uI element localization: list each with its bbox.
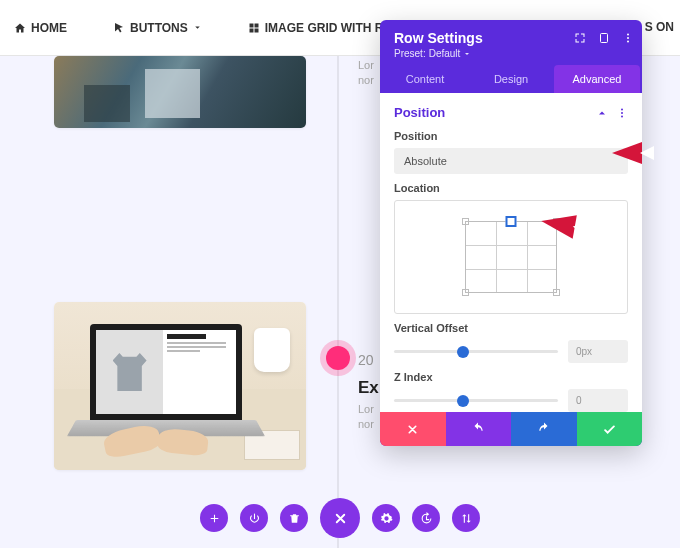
- history-button[interactable]: [412, 504, 440, 532]
- svg-point-4: [621, 108, 623, 110]
- add-button[interactable]: [200, 504, 228, 532]
- timeline-title: Ex: [358, 378, 379, 398]
- kebab-icon[interactable]: [616, 107, 628, 119]
- vertical-offset-slider[interactable]: [394, 350, 558, 353]
- nav-buttons-label: BUTTONS: [130, 21, 188, 35]
- vertical-offset-label: Vertical Offset: [394, 322, 628, 334]
- position-label: Position: [394, 130, 628, 142]
- city-image: [54, 56, 306, 128]
- svg-point-2: [627, 37, 629, 39]
- settings-panel: Row Settings Preset: Default Content Des…: [380, 20, 642, 446]
- save-button[interactable]: [577, 412, 643, 446]
- chevron-down-icon: [193, 23, 202, 32]
- svg-point-1: [627, 34, 629, 36]
- sort-button[interactable]: [452, 504, 480, 532]
- nav-home[interactable]: HOME: [14, 21, 67, 35]
- timeline-ruler: [337, 56, 339, 548]
- svg-point-6: [621, 115, 623, 117]
- tab-design[interactable]: Design: [468, 65, 554, 93]
- expand-icon[interactable]: [574, 32, 586, 44]
- laptop-image: [54, 302, 306, 470]
- nav-home-label: HOME: [31, 21, 67, 35]
- svg-rect-0: [601, 34, 608, 43]
- cursor-icon: [113, 22, 125, 34]
- image-card-laptop[interactable]: [54, 302, 306, 470]
- svg-point-5: [621, 112, 623, 114]
- panel-tabs: Content Design Advanced: [380, 65, 642, 93]
- chevron-down-icon: [463, 50, 471, 58]
- zindex-input[interactable]: 0: [568, 389, 628, 412]
- chevron-up-icon[interactable]: [596, 107, 608, 119]
- trash-button[interactable]: [280, 504, 308, 532]
- nav-partial-right: S ON: [645, 20, 674, 34]
- location-label: Location: [394, 182, 628, 194]
- section-position-title[interactable]: Position: [394, 105, 445, 120]
- vertical-offset-input[interactable]: 0px: [568, 340, 628, 363]
- tab-advanced[interactable]: Advanced: [554, 65, 640, 93]
- bottom-toolbar: [200, 498, 480, 538]
- location-picker[interactable]: [394, 200, 628, 314]
- annotation-arrow-1: [612, 142, 642, 164]
- kebab-icon[interactable]: [622, 32, 634, 44]
- close-button[interactable]: [320, 498, 360, 538]
- nav-buttons[interactable]: BUTTONS: [113, 21, 202, 35]
- panel-preset[interactable]: Preset: Default: [394, 48, 628, 59]
- svg-point-3: [627, 41, 629, 43]
- image-card-city[interactable]: [54, 56, 306, 128]
- timeline-marker[interactable]: [326, 346, 350, 370]
- redo-button[interactable]: [511, 412, 577, 446]
- zindex-label: Z Index: [394, 371, 628, 383]
- grid-icon: [248, 22, 260, 34]
- home-icon: [14, 22, 26, 34]
- undo-button[interactable]: [446, 412, 512, 446]
- power-button[interactable]: [240, 504, 268, 532]
- cancel-button[interactable]: [380, 412, 446, 446]
- panel-body[interactable]: Position Position Absolute Location Vert…: [380, 93, 642, 412]
- timeline-year: 20: [358, 352, 374, 368]
- position-dropdown[interactable]: Absolute: [394, 148, 628, 174]
- panel-footer: [380, 412, 642, 446]
- gear-button[interactable]: [372, 504, 400, 532]
- location-anchor-top-center[interactable]: [506, 216, 517, 227]
- tab-content[interactable]: Content: [382, 65, 468, 93]
- tablet-icon[interactable]: [598, 32, 610, 44]
- panel-header[interactable]: Row Settings Preset: Default: [380, 20, 642, 65]
- zindex-slider[interactable]: [394, 399, 558, 402]
